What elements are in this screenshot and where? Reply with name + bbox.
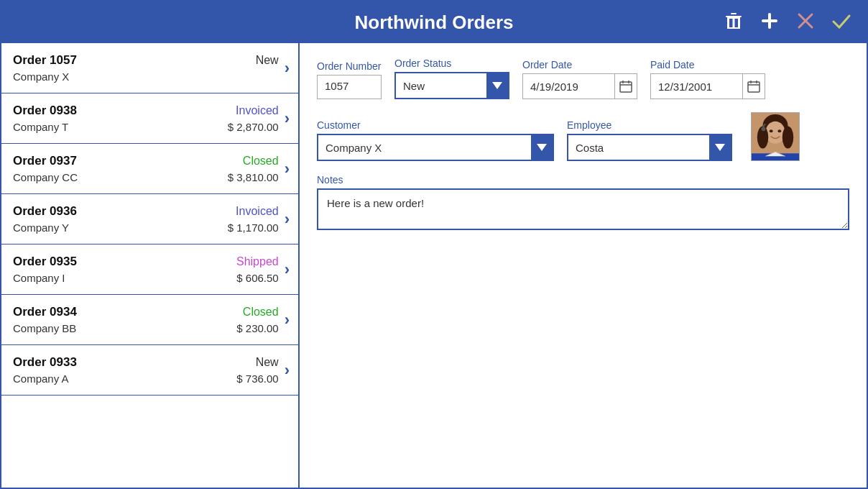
employee-dropdown-button[interactable] (709, 135, 731, 160)
svg-marker-11 (492, 82, 502, 89)
order-status-dropdown-button[interactable] (486, 73, 508, 98)
order-date-label: Order Date (522, 59, 637, 70)
chevron-right-icon: › (285, 160, 290, 178)
chevron-right-icon: › (285, 260, 290, 279)
chevron-right-icon: › (285, 59, 290, 78)
employee-group: Employee Costa (567, 119, 732, 161)
notes-input[interactable]: Here is a new order! (317, 188, 849, 230)
add-button[interactable] (756, 9, 783, 36)
paid-date-label: Paid Date (650, 59, 765, 70)
order-number: Order 0935 (13, 255, 77, 269)
app-header: Northwind Orders (1, 1, 867, 43)
paid-date-field[interactable]: 12/31/2001 (650, 73, 765, 99)
list-item[interactable]: Order 0937 Closed Company CC $ 3,810.00 … (1, 144, 298, 194)
order-status: New (256, 356, 279, 369)
order-status-label: Order Status (394, 58, 509, 69)
order-number-value: 1057 (325, 80, 348, 92)
order-status: Closed (243, 155, 279, 168)
order-status-group: Order Status New (394, 58, 509, 99)
order-company: Company BB (13, 322, 76, 334)
order-company: Company A (13, 373, 69, 385)
paid-date-calendar-button[interactable] (742, 74, 765, 99)
list-item[interactable]: Order 0936 Invoiced Company Y $ 1,170.00… (1, 194, 298, 244)
order-status-value: New (396, 76, 486, 96)
svg-rect-5 (727, 17, 740, 19)
delete-button[interactable] (720, 9, 747, 36)
app-title: Northwind Orders (354, 12, 513, 34)
customer-group: Customer Company X (317, 119, 554, 161)
order-list: Order 1057 New Company X › Order 0938 In… (1, 43, 300, 488)
order-amount: $ 230.00 (236, 322, 278, 334)
order-number: Order 0933 (13, 355, 77, 370)
header-toolbar (720, 9, 855, 36)
order-detail-panel: Order Number 1057 Order Status New (300, 43, 867, 488)
order-status: Closed (243, 306, 279, 319)
customer-dropdown-button[interactable] (531, 135, 553, 160)
order-number: Order 0936 (13, 204, 77, 219)
order-date-value: 4/19/2019 (523, 76, 614, 97)
order-date-group: Order Date 4/19/2019 (522, 59, 637, 99)
order-status: Invoiced (236, 104, 279, 117)
employee-value: Costa (568, 137, 709, 158)
order-company: Company X (13, 70, 69, 83)
order-company: Company T (13, 121, 68, 133)
employee-dropdown[interactable]: Costa (567, 134, 732, 161)
order-number-field[interactable]: 1057 (317, 75, 382, 99)
list-item[interactable]: Order 0934 Closed Company BB $ 230.00 › (1, 295, 298, 345)
customer-dropdown[interactable]: Company X (317, 134, 554, 161)
svg-rect-3 (733, 17, 735, 29)
chevron-right-icon: › (285, 361, 290, 380)
cancel-button[interactable] (792, 9, 819, 36)
order-number: Order 0938 (13, 104, 77, 118)
order-company: Company CC (13, 171, 78, 183)
paid-date-group: Paid Date 12/31/2001 (650, 59, 765, 99)
svg-rect-1 (731, 13, 737, 14)
list-item[interactable]: Order 1057 New Company X › (1, 43, 298, 93)
svg-point-30 (762, 127, 766, 131)
order-company: Company I (13, 272, 65, 284)
svg-point-27 (770, 129, 773, 132)
svg-rect-6 (727, 27, 740, 29)
svg-rect-2 (727, 17, 729, 29)
customer-label: Customer (317, 119, 554, 131)
order-number: Order 0934 (13, 305, 77, 319)
list-item[interactable]: Order 0938 Invoiced Company T $ 2,870.00… (1, 93, 298, 144)
order-status: Invoiced (236, 205, 279, 218)
svg-marker-20 (537, 144, 547, 151)
order-status: New (256, 54, 279, 67)
svg-point-28 (777, 129, 781, 132)
confirm-button[interactable] (828, 9, 855, 36)
order-date-calendar-button[interactable] (614, 74, 637, 99)
svg-rect-16 (748, 82, 760, 92)
chevron-right-icon: › (285, 311, 290, 329)
notes-label: Notes (317, 174, 849, 186)
detail-row-1: Order Number 1057 Order Status New (317, 58, 849, 99)
order-status-dropdown[interactable]: New (394, 72, 509, 99)
chevron-right-icon: › (285, 210, 290, 229)
order-number-group: Order Number 1057 (317, 60, 382, 99)
paid-date-value: 12/31/2001 (651, 76, 742, 97)
svg-rect-0 (726, 16, 742, 17)
order-date-field[interactable]: 4/19/2019 (522, 73, 637, 99)
list-item[interactable]: Order 0933 New Company A $ 736.00 › (1, 345, 298, 396)
order-number-label: Order Number (317, 60, 382, 72)
order-amount: $ 1,170.00 (228, 221, 279, 234)
order-status: Shipped (236, 255, 279, 268)
employee-photo (751, 112, 800, 161)
order-number: Order 1057 (13, 53, 77, 68)
svg-rect-8 (762, 19, 777, 22)
order-company: Company Y (13, 221, 69, 234)
svg-rect-12 (620, 82, 632, 92)
main-content: Order 1057 New Company X › Order 0938 In… (1, 43, 867, 488)
list-item[interactable]: Order 0935 Shipped Company I $ 606.50 › (1, 244, 298, 295)
employee-label: Employee (567, 119, 732, 131)
order-amount: $ 2,870.00 (228, 121, 279, 133)
chevron-right-icon: › (285, 109, 290, 128)
order-amount: $ 606.50 (236, 272, 278, 284)
svg-point-24 (765, 122, 785, 144)
notes-section: Notes Here is a new order! (317, 174, 849, 233)
svg-point-26 (782, 126, 794, 148)
detail-row-2: Customer Company X Employee Costa (317, 112, 849, 161)
svg-marker-21 (715, 144, 725, 151)
order-amount: $ 3,810.00 (228, 171, 279, 183)
